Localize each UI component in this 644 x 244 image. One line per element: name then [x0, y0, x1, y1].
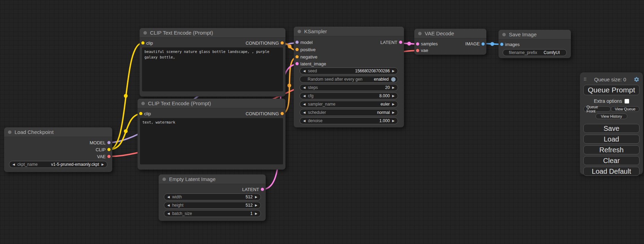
latent-output-port[interactable] — [261, 188, 264, 191]
images-input-port[interactable] — [500, 43, 503, 46]
clear-button[interactable]: Clear — [583, 156, 639, 165]
collapse-dot-icon[interactable] — [143, 31, 147, 35]
decrement-icon[interactable]: ◀ — [167, 204, 170, 207]
denoise-widget[interactable]: ◀ denoise 1.000 ▶ — [300, 117, 398, 124]
node-title: KSampler — [304, 28, 327, 34]
node-title: CLIP Text Encode (Prompt) — [148, 100, 211, 106]
negative-input-port[interactable] — [295, 55, 299, 58]
cfg-widget[interactable]: ◀ cfg 8.000 ▶ — [300, 92, 398, 99]
queue-prompt-button[interactable]: Queue Prompt — [583, 85, 639, 95]
random-seed-widget[interactable]: Random seed after every gen enabled — [300, 76, 398, 83]
node-header[interactable]: Empty Latent Image — [159, 174, 266, 184]
steps-widget[interactable]: ◀ steps 20 ▶ — [300, 84, 398, 91]
decrement-icon[interactable]: ◀ — [167, 212, 170, 215]
increment-icon[interactable]: ▶ — [255, 204, 257, 207]
increment-icon[interactable]: ▶ — [392, 70, 395, 73]
model-input-port[interactable] — [295, 41, 299, 44]
clip-output-port[interactable] — [107, 148, 111, 151]
collapse-dot-icon[interactable] — [141, 102, 145, 105]
decrement-icon[interactable]: ◀ — [303, 103, 306, 106]
node-vae-decode[interactable]: VAE Decode samples IMAGE vae — [414, 29, 486, 55]
sampler-name-widget[interactable]: ◀ sampler_name euler ▶ — [300, 101, 398, 108]
collapse-dot-icon[interactable] — [162, 178, 166, 181]
save-button[interactable]: Save — [583, 124, 639, 133]
port-row-vae: vae — [414, 47, 486, 54]
decrement-icon[interactable]: ◀ — [303, 70, 306, 73]
decrement-icon[interactable]: ◀ — [303, 94, 306, 98]
increment-icon[interactable]: ▶ — [255, 212, 257, 215]
decrement-icon[interactable]: ◀ — [167, 196, 170, 199]
positive-input-port[interactable] — [295, 48, 299, 51]
increment-icon[interactable]: ▶ — [392, 94, 395, 98]
output-row-model: MODEL — [4, 139, 112, 146]
refresh-button[interactable]: Refresh — [583, 145, 639, 154]
node-clip-text-encode-positive[interactable]: CLIP Text Encode (Prompt) clip CONDITION… — [140, 28, 285, 97]
seed-widget[interactable]: ◀ seed 156680208700286 ▶ — [300, 67, 398, 74]
extra-options-label: Extra options — [594, 98, 622, 104]
decrement-icon[interactable]: ◀ — [303, 111, 306, 114]
decrement-icon[interactable]: ◀ — [303, 86, 306, 89]
queue-front-button[interactable]: Queue Front — [583, 106, 611, 112]
output-row-vae: VAE — [4, 153, 112, 160]
increment-icon[interactable]: ▶ — [392, 103, 395, 106]
vae-input-port[interactable] — [416, 49, 419, 52]
queue-panel[interactable]: ⠿ Queue size: 0 Queue Prompt Extra optio… — [580, 72, 643, 174]
node-header[interactable]: CLIP Text Encode (Prompt) — [140, 28, 285, 38]
increment-icon[interactable]: ▶ — [392, 86, 395, 89]
image-output-port[interactable] — [482, 42, 485, 45]
graph-canvas[interactable]: Load Checkpoint MODEL CLIP VAE ◀ ckpt_na… — [0, 0, 644, 244]
extra-options-checkbox[interactable] — [625, 99, 629, 103]
toggle-dot-icon[interactable] — [391, 77, 396, 82]
node-header[interactable]: KSampler — [294, 27, 404, 36]
node-ksampler[interactable]: KSampler model positive negative latent_… — [294, 27, 404, 127]
latent-output-port[interactable] — [399, 41, 402, 44]
node-save-image[interactable]: Save Image images filename_prefix ComfyU… — [499, 30, 571, 58]
samples-input-port[interactable] — [416, 42, 419, 45]
prompt-textarea[interactable]: beautiful scenery nature glass bottle la… — [142, 47, 283, 91]
ckpt-name-widget[interactable]: ◀ ckpt_name v1-5-pruned-emaonly.ckpt ▶ — [9, 161, 107, 168]
load-button[interactable]: Load — [583, 135, 639, 144]
scheduler-widget[interactable]: ◀ scheduler normal ▶ — [300, 109, 398, 116]
vae-output-port[interactable] — [107, 155, 111, 158]
node-header[interactable]: CLIP Text Encode (Prompt) — [138, 99, 285, 108]
drag-handle-icon[interactable]: ⠿ — [583, 77, 587, 82]
node-header[interactable]: VAE Decode — [414, 29, 486, 38]
height-widget[interactable]: ◀ height 512 ▶ — [164, 202, 261, 209]
settings-gear-icon[interactable] — [634, 76, 639, 82]
decrement-icon[interactable]: ◀ — [303, 119, 306, 123]
port-row: clip CONDITIONING — [140, 39, 285, 46]
decrement-icon[interactable]: ◀ — [12, 163, 15, 166]
collapse-dot-icon[interactable] — [298, 30, 301, 33]
output-row-latent: LATENT — [159, 186, 266, 193]
node-header[interactable]: Save Image — [499, 30, 571, 39]
node-title: Empty Latent Image — [169, 176, 215, 182]
clip-input-port[interactable] — [139, 112, 142, 115]
batch-size-widget[interactable]: ◀ batch_size 1 ▶ — [164, 210, 261, 217]
latent-image-input-port[interactable] — [295, 62, 299, 65]
view-queue-button[interactable]: View Queue — [611, 106, 639, 112]
conditioning-output-port[interactable] — [281, 112, 284, 115]
node-load-checkpoint[interactable]: Load Checkpoint MODEL CLIP VAE ◀ ckpt_na… — [4, 127, 112, 172]
node-clip-text-encode-negative[interactable]: CLIP Text Encode (Prompt) clip CONDITION… — [138, 99, 285, 170]
input-row-images: images — [499, 41, 571, 48]
collapse-dot-icon[interactable] — [8, 130, 11, 134]
conditioning-output-port[interactable] — [281, 42, 284, 45]
filename-prefix-widget[interactable]: filename_prefix ComfyUI — [503, 49, 567, 56]
model-output-port[interactable] — [107, 141, 111, 144]
node-header[interactable]: Load Checkpoint — [4, 127, 112, 137]
port-row: clip CONDITIONING — [138, 110, 285, 117]
collapse-dot-icon[interactable] — [418, 32, 422, 35]
node-empty-latent-image[interactable]: Empty Latent Image LATENT ◀ width 512 ▶ … — [159, 174, 266, 221]
collapse-dot-icon[interactable] — [502, 33, 506, 36]
prompt-textarea[interactable]: text, watermark — [140, 118, 283, 164]
increment-icon[interactable]: ▶ — [392, 111, 395, 114]
clip-input-port[interactable] — [141, 42, 144, 45]
increment-icon[interactable]: ▶ — [255, 196, 257, 199]
load-default-button[interactable]: Load Default — [583, 167, 639, 176]
view-history-button[interactable]: View History — [596, 114, 627, 119]
increment-icon[interactable]: ▶ — [392, 119, 395, 123]
input-row-latent-image: latent_image — [294, 60, 404, 67]
width-widget[interactable]: ◀ width 512 ▶ — [164, 193, 261, 200]
increment-icon[interactable]: ▶ — [102, 163, 104, 166]
output-row-latent: LATENT — [349, 39, 404, 46]
